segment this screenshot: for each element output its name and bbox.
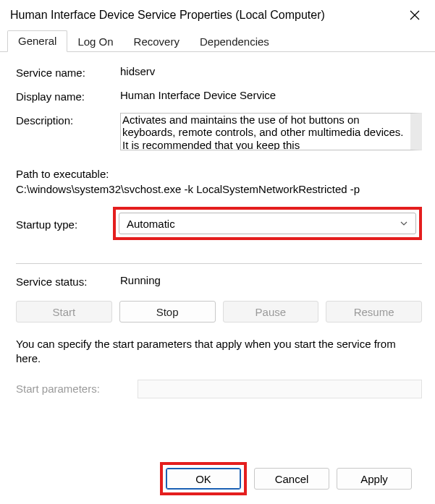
start-parameters-note: You can specify the start parameters tha…	[16, 337, 422, 367]
start-button: Start	[16, 301, 112, 323]
tab-general[interactable]: General	[7, 30, 67, 52]
highlight-ok-button: OK	[160, 462, 247, 495]
highlight-startup-type: Automatic	[113, 207, 422, 240]
label-path: Path to executable:	[16, 166, 422, 181]
pause-button: Pause	[223, 301, 319, 323]
tab-strip: General Log On Recovery Dependencies	[0, 30, 435, 52]
ok-button[interactable]: OK	[166, 468, 241, 490]
stop-button[interactable]: Stop	[119, 301, 216, 323]
apply-button[interactable]: Apply	[337, 468, 412, 490]
label-start-parameters: Start parameters:	[16, 383, 138, 395]
label-service-status: Service status:	[16, 274, 120, 288]
value-display-name: Human Interface Device Service	[120, 89, 422, 101]
row-display-name: Display name: Human Interface Device Ser…	[16, 89, 422, 103]
chevron-down-icon	[400, 219, 408, 228]
start-parameters-input	[138, 380, 422, 398]
row-service-name: Service name: hidserv	[16, 65, 422, 79]
dialog-footer: OK Cancel Apply	[16, 455, 422, 504]
label-startup-type: Startup type:	[16, 217, 113, 231]
value-service-name: hidserv	[120, 65, 422, 77]
tab-logon[interactable]: Log On	[67, 32, 123, 52]
tab-recovery[interactable]: Recovery	[124, 32, 190, 52]
titlebar: Human Interface Device Service Propertie…	[0, 0, 435, 30]
path-block: Path to executable: C:\windows\system32\…	[16, 166, 422, 197]
label-description: Description:	[16, 113, 120, 127]
close-icon	[410, 10, 420, 20]
value-path: C:\windows\system32\svchost.exe -k Local…	[16, 181, 422, 197]
row-startup-type: Startup type: Automatic	[16, 207, 422, 240]
label-display-name: Display name:	[16, 89, 120, 103]
row-start-parameters: Start parameters:	[16, 380, 422, 398]
startup-type-dropdown[interactable]: Automatic	[119, 213, 416, 234]
resume-button: Resume	[326, 301, 422, 323]
tab-dependencies[interactable]: Dependencies	[190, 32, 279, 52]
window-title: Human Interface Device Service Propertie…	[10, 9, 325, 22]
service-properties-window: Human Interface Device Service Propertie…	[0, 0, 435, 504]
startup-type-selected: Automatic	[127, 218, 175, 230]
close-button[interactable]	[400, 2, 429, 28]
service-control-buttons: Start Stop Pause Resume	[16, 301, 422, 323]
value-service-status: Running	[120, 274, 422, 286]
tab-panel-general: Service name: hidserv Display name: Huma…	[0, 52, 435, 504]
cancel-button[interactable]: Cancel	[254, 468, 329, 490]
label-service-name: Service name:	[16, 65, 120, 79]
row-description: Description: Activates and maintains the…	[16, 113, 422, 150]
description-textbox[interactable]: Activates and maintains the use of hot b…	[120, 113, 422, 150]
row-service-status: Service status: Running	[16, 274, 422, 288]
divider	[16, 263, 422, 264]
